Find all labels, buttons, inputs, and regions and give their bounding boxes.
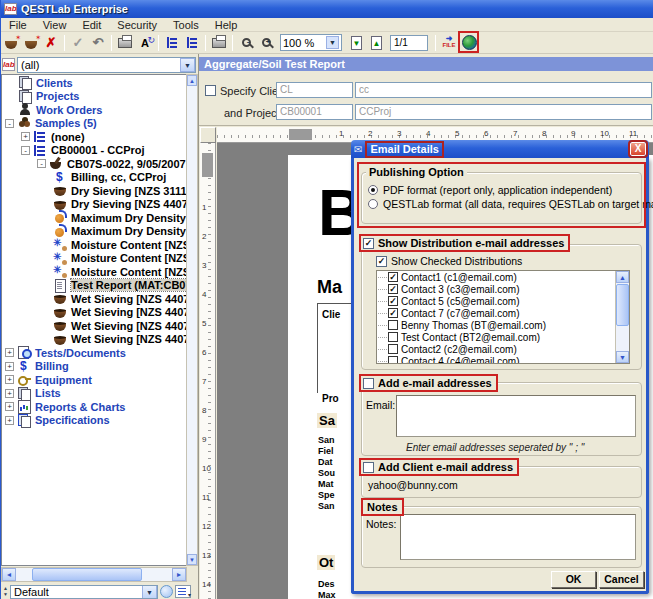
tree-row[interactable]: Test Report (MAT:CB07S-00	[2, 279, 187, 293]
scroll-up-arrow[interactable]: ▲	[187, 75, 197, 86]
tree-horizontal-scrollbar[interactable]: ◂ ▸	[1, 567, 187, 582]
client-code-input[interactable]: CL	[276, 82, 353, 98]
tree-item-label[interactable]: Clients	[36, 77, 73, 89]
contact-row[interactable]: Contact 4 (c4@email.com)	[377, 355, 629, 364]
show-checked-checkbox[interactable]: ✓ Show Checked Distributions	[374, 254, 524, 268]
collapse-icon[interactable]: -	[37, 159, 46, 168]
project-code-input[interactable]: CB00001	[276, 104, 353, 120]
checkbox-checked-icon[interactable]: ✓	[388, 272, 398, 282]
tree-item-label[interactable]: Billing, cc, CCProj	[71, 171, 166, 183]
expand-icon[interactable]: +	[5, 402, 14, 411]
tree-view-button[interactable]	[162, 33, 182, 52]
tree-item-label[interactable]: Moisture Content [NZS 4407	[71, 266, 187, 278]
tree-item-label[interactable]: Equipment	[35, 374, 92, 386]
tree-row[interactable]: +Specifications	[2, 414, 187, 428]
page-indicator-input[interactable]: 1/1	[390, 35, 428, 51]
default-filter-select[interactable]: Default ▼	[10, 585, 158, 599]
distribution-list[interactable]: ✓Contact1 (c1@email.com)✓Contact 3 (c3@e…	[376, 270, 630, 364]
tree-filter-select[interactable]: (all) ▼	[17, 57, 196, 73]
new-item-button[interactable]	[21, 33, 41, 52]
find-button[interactable]	[160, 585, 173, 598]
tree-row[interactable]: +Reports & Charts	[2, 400, 187, 414]
tree-row[interactable]: Dry Sieving [NZS 3111:1986	[2, 184, 187, 198]
scroll-down-arrow[interactable]: ▼	[187, 554, 197, 565]
show-distribution-checkbox[interactable]: ✓ Show Distribution e-mail addresses	[359, 234, 570, 252]
tree-item-label[interactable]: Projects	[36, 90, 79, 102]
add-email-checkbox[interactable]: Add e-mail addresses	[359, 374, 498, 392]
tree-row[interactable]: +Equipment	[2, 373, 187, 387]
new-sample-button[interactable]	[1, 33, 21, 52]
contact-row[interactable]: ✓Contact 5 (c5@email.com)	[377, 295, 629, 307]
tree-vertical-scrollbar[interactable]: ▲ ▼	[186, 74, 198, 566]
collapse-icon[interactable]: -	[21, 146, 30, 155]
tree-row[interactable]: Maximum Dry Density - Star	[2, 211, 187, 225]
menu-security[interactable]: Security	[109, 19, 165, 31]
checkbox-unchecked-icon[interactable]	[388, 332, 398, 342]
tree-item-label[interactable]: (none)	[51, 131, 85, 143]
contact-row[interactable]: Test Contact (BT2@email.com)	[377, 331, 629, 343]
tree-row[interactable]: Wet Sieving [NZS 4407:1991	[2, 292, 187, 306]
expand-icon[interactable]: +	[5, 362, 14, 371]
tree-item-label[interactable]: Tests/Documents	[35, 347, 126, 359]
print-button[interactable]	[209, 33, 229, 52]
tree-item-label[interactable]: CB00001 - CCProj	[51, 144, 145, 156]
collapse-icon[interactable]: -	[5, 119, 14, 128]
tree-row[interactable]: Dry Sieving [NZS 4407:1991	[2, 198, 187, 212]
zoom-in-button[interactable]: +	[256, 33, 276, 52]
contact-row[interactable]: Contact2 (c2@email.com)	[377, 343, 629, 355]
menu-edit[interactable]: Edit	[74, 19, 109, 31]
scroll-right-arrow[interactable]: ▸	[172, 568, 186, 581]
tree-row[interactable]: Work Orders	[2, 103, 187, 117]
tree-row[interactable]: -CB00001 - CCProj	[2, 144, 187, 158]
expand-icon[interactable]: +	[21, 132, 30, 141]
tree-item-label[interactable]: CB07S-0022, 9/05/2007, , , cc, C	[67, 158, 187, 170]
tree-item-label[interactable]: Lists	[35, 387, 61, 399]
expand-icon[interactable]: +	[5, 416, 14, 425]
tree-item-label[interactable]: Wet Sieving [NZS 4407:1991	[71, 320, 187, 332]
list-options-button[interactable]	[175, 585, 191, 598]
pdf-format-radio[interactable]: PDF format (report only, application ind…	[368, 184, 612, 196]
list-scrollbar[interactable]: ▲ ▼	[615, 271, 629, 363]
tree-row[interactable]: +Lists	[2, 387, 187, 401]
filter-spinner[interactable]: ▲▼	[1, 585, 10, 599]
expand-icon[interactable]: +	[5, 389, 14, 398]
tree-item-label[interactable]: Billing	[35, 360, 69, 372]
scroll-down-arrow[interactable]: ▼	[616, 351, 629, 363]
tree-row[interactable]: +Tests/Documents	[2, 346, 187, 360]
next-page-button[interactable]: ▼	[346, 33, 366, 52]
ok-button[interactable]: OK	[551, 571, 596, 588]
tree-row[interactable]: Moisture Content [NZS 4407	[2, 252, 187, 266]
undo-button[interactable]: ↶	[88, 33, 108, 52]
qestlab-format-radio[interactable]: QESTLab format (all data, requires QESTL…	[368, 198, 653, 210]
checkbox-unchecked-icon[interactable]	[388, 320, 398, 330]
tree-item-label[interactable]: Maximum Dry Density - Star	[71, 225, 187, 237]
publish-web-button[interactable]	[459, 33, 479, 52]
scrollbar-thumb[interactable]	[616, 284, 629, 326]
tree-item-label[interactable]: Samples (5)	[35, 117, 97, 129]
tree-item-label[interactable]: Maximum Dry Density - Star	[71, 212, 187, 224]
tree-row[interactable]: +(none)	[2, 130, 187, 144]
tree-item-label[interactable]: Moisture Content [NZS 4407	[71, 252, 187, 264]
close-button[interactable]: X	[630, 142, 646, 156]
tree-row[interactable]: Moisture Content [NZS 4407	[2, 238, 187, 252]
tree-item-label[interactable]: Wet Sieving [NZS 4407:1991	[71, 306, 187, 318]
notes-textarea[interactable]	[400, 514, 636, 560]
expand-icon[interactable]: +	[5, 375, 14, 384]
fax-button[interactable]	[115, 33, 135, 52]
tree-row[interactable]: Moisture Content [NZS 4407	[2, 265, 187, 279]
tree-row[interactable]: Maximum Dry Density - Star	[2, 225, 187, 239]
window-titlebar[interactable]: lab QESTLab Enterprise	[1, 0, 653, 18]
export-file-button[interactable]: ➜FILE	[439, 33, 459, 52]
delete-button[interactable]: ✗	[41, 33, 61, 52]
checkbox-unchecked-icon[interactable]	[388, 356, 398, 364]
tree-row[interactable]: Wet Sieving [NZS 4407:1991	[2, 306, 187, 320]
tree-row[interactable]: -CB07S-0022, 9/05/2007, , , cc, C	[2, 157, 187, 171]
tree-item-label[interactable]: Wet Sieving [NZS 4407:1991	[71, 293, 187, 305]
contact-row[interactable]: ✓Contact 7 (c7@email.com)	[377, 307, 629, 319]
tree-item-label[interactable]: Work Orders	[36, 104, 102, 116]
email-textarea[interactable]	[396, 395, 636, 437]
menu-view[interactable]: View	[35, 19, 75, 31]
checkbox-checked-icon[interactable]: ✓	[388, 296, 398, 306]
contact-row[interactable]: ✓Contact1 (c1@email.com)	[377, 271, 629, 283]
specify-client-checkbox[interactable]	[205, 85, 216, 96]
